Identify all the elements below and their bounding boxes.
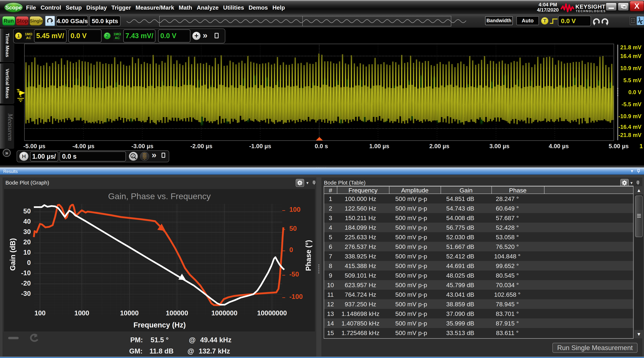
svg-text:1: 1 [20,93,22,97]
svg-text:Z: Z [132,154,134,158]
